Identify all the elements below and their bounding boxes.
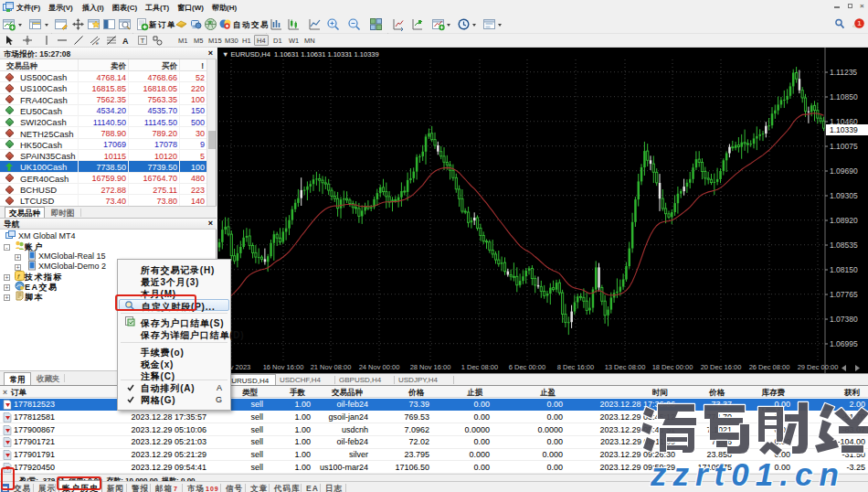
- svg-text:1.10075: 1.10075: [830, 142, 858, 151]
- svg-text:24 Nov 00:00: 24 Nov 00:00: [359, 363, 400, 371]
- svg-text:26 Dec 08:00: 26 Dec 08:00: [749, 363, 790, 371]
- svg-text:18 Dec 00:00: 18 Dec 00:00: [652, 363, 693, 371]
- svg-text:21 Nov 08:00: 21 Nov 08:00: [311, 363, 352, 371]
- svg-text:1 Dec 08:00: 1 Dec 08:00: [461, 363, 498, 371]
- svg-text:8 Dec 16:00: 8 Dec 16:00: [557, 363, 594, 371]
- svg-text:6 Dec 00:00: 6 Dec 00:00: [509, 363, 545, 371]
- svg-text:29 Dec 00:00: 29 Dec 00:00: [798, 363, 839, 371]
- svg-text:e: e: [96, 40, 99, 46]
- svg-text:1.08150: 1.08150: [830, 265, 858, 274]
- svg-text:1.07765: 1.07765: [830, 290, 858, 299]
- svg-text:1.07380: 1.07380: [830, 315, 858, 324]
- svg-text:1.10850: 1.10850: [830, 92, 858, 102]
- svg-text:1: 1: [857, 19, 862, 27]
- svg-text:1.08535: 1.08535: [830, 241, 858, 250]
- svg-text:1.08920: 1.08920: [830, 216, 858, 225]
- svg-text:1.09305: 1.09305: [830, 191, 858, 200]
- svg-text:1.11235: 1.11235: [830, 68, 857, 77]
- svg-text:1.10339: 1.10339: [830, 125, 858, 134]
- svg-text:20 Dec 16:00: 20 Dec 16:00: [701, 363, 742, 371]
- svg-text:T: T: [141, 37, 145, 45]
- svg-text:28 Nov 16:00: 28 Nov 16:00: [410, 363, 451, 371]
- svg-text:16 Nov 16:00: 16 Nov 16:00: [263, 363, 304, 371]
- svg-text:13 Dec 08:00: 13 Dec 08:00: [605, 363, 646, 371]
- svg-text:1.06995: 1.06995: [830, 339, 858, 348]
- svg-text:1.09690: 1.09690: [830, 166, 858, 176]
